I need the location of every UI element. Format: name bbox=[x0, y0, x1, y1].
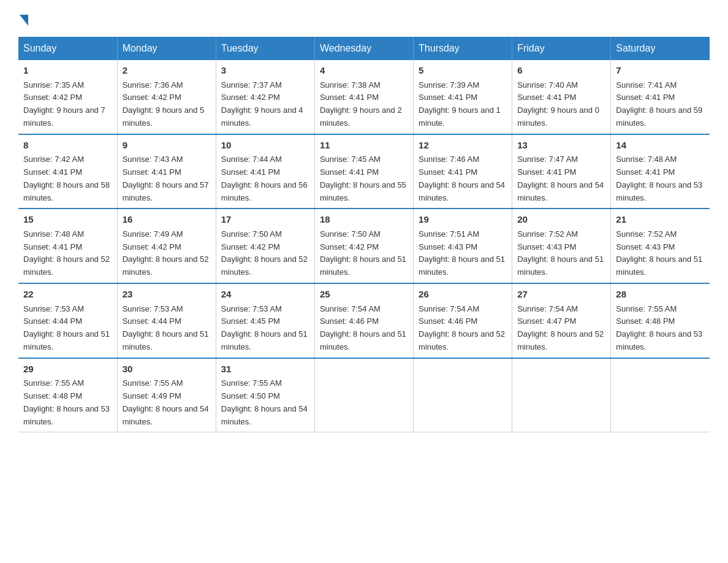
day-info: Sunrise: 7:52 AM Sunset: 4:43 PM Dayligh… bbox=[517, 228, 605, 279]
calendar-cell: 18 Sunrise: 7:50 AM Sunset: 4:42 PM Dayl… bbox=[314, 209, 413, 283]
day-info: Sunrise: 7:38 AM Sunset: 4:41 PM Dayligh… bbox=[320, 79, 408, 130]
calendar-cell: 19 Sunrise: 7:51 AM Sunset: 4:43 PM Dayl… bbox=[414, 209, 512, 283]
calendar-cell: 27 Sunrise: 7:54 AM Sunset: 4:47 PM Dayl… bbox=[512, 283, 611, 358]
calendar-cell: 9 Sunrise: 7:43 AM Sunset: 4:41 PM Dayli… bbox=[117, 134, 216, 209]
day-number: 6 bbox=[517, 64, 605, 78]
calendar-cell: 31 Sunrise: 7:55 AM Sunset: 4:50 PM Dayl… bbox=[216, 358, 314, 432]
calendar-cell: 20 Sunrise: 7:52 AM Sunset: 4:43 PM Dayl… bbox=[512, 209, 611, 283]
day-info: Sunrise: 7:54 AM Sunset: 4:46 PM Dayligh… bbox=[320, 303, 408, 354]
calendar-week-row: 8 Sunrise: 7:42 AM Sunset: 4:41 PM Dayli… bbox=[18, 134, 710, 209]
page-header bbox=[18, 12, 710, 25]
day-info: Sunrise: 7:47 AM Sunset: 4:41 PM Dayligh… bbox=[517, 153, 605, 204]
day-info: Sunrise: 7:43 AM Sunset: 4:41 PM Dayligh… bbox=[123, 153, 211, 204]
calendar-week-row: 29 Sunrise: 7:55 AM Sunset: 4:48 PM Dayl… bbox=[18, 358, 710, 432]
calendar-cell bbox=[611, 358, 710, 432]
calendar-cell: 23 Sunrise: 7:53 AM Sunset: 4:44 PM Dayl… bbox=[117, 283, 216, 358]
day-info: Sunrise: 7:53 AM Sunset: 4:44 PM Dayligh… bbox=[23, 303, 112, 354]
day-number: 7 bbox=[616, 64, 705, 78]
day-number: 30 bbox=[123, 362, 211, 377]
calendar-cell: 30 Sunrise: 7:55 AM Sunset: 4:49 PM Dayl… bbox=[117, 358, 216, 432]
calendar-cell: 11 Sunrise: 7:45 AM Sunset: 4:41 PM Dayl… bbox=[314, 134, 413, 209]
day-info: Sunrise: 7:48 AM Sunset: 4:41 PM Dayligh… bbox=[23, 228, 112, 279]
calendar-cell: 5 Sunrise: 7:39 AM Sunset: 4:41 PM Dayli… bbox=[414, 60, 512, 134]
day-number: 16 bbox=[123, 213, 211, 227]
header-day-tuesday: Tuesday bbox=[216, 37, 314, 60]
calendar-cell: 26 Sunrise: 7:54 AM Sunset: 4:46 PM Dayl… bbox=[414, 283, 512, 358]
day-info: Sunrise: 7:36 AM Sunset: 4:42 PM Dayligh… bbox=[123, 79, 211, 130]
day-info: Sunrise: 7:35 AM Sunset: 4:42 PM Dayligh… bbox=[23, 79, 112, 130]
day-number: 19 bbox=[419, 213, 507, 227]
calendar-cell: 15 Sunrise: 7:48 AM Sunset: 4:41 PM Dayl… bbox=[18, 209, 117, 283]
calendar-cell: 4 Sunrise: 7:38 AM Sunset: 4:41 PM Dayli… bbox=[314, 60, 413, 134]
day-number: 13 bbox=[517, 139, 605, 153]
calendar-cell bbox=[414, 358, 512, 432]
day-number: 28 bbox=[616, 288, 705, 302]
day-info: Sunrise: 7:45 AM Sunset: 4:41 PM Dayligh… bbox=[320, 153, 408, 204]
day-number: 20 bbox=[517, 213, 605, 227]
day-info: Sunrise: 7:53 AM Sunset: 4:44 PM Dayligh… bbox=[123, 303, 211, 354]
calendar-cell: 13 Sunrise: 7:47 AM Sunset: 4:41 PM Dayl… bbox=[512, 134, 611, 209]
day-info: Sunrise: 7:48 AM Sunset: 4:41 PM Dayligh… bbox=[616, 153, 705, 204]
calendar-cell: 1 Sunrise: 7:35 AM Sunset: 4:42 PM Dayli… bbox=[18, 60, 117, 134]
calendar-cell bbox=[512, 358, 611, 432]
day-number: 9 bbox=[123, 139, 211, 153]
calendar-cell: 24 Sunrise: 7:53 AM Sunset: 4:45 PM Dayl… bbox=[216, 283, 314, 358]
header-day-wednesday: Wednesday bbox=[314, 37, 413, 60]
day-info: Sunrise: 7:55 AM Sunset: 4:49 PM Dayligh… bbox=[123, 377, 211, 428]
header-day-saturday: Saturday bbox=[611, 37, 710, 60]
day-number: 10 bbox=[221, 139, 309, 153]
day-info: Sunrise: 7:49 AM Sunset: 4:42 PM Dayligh… bbox=[123, 228, 211, 279]
day-info: Sunrise: 7:50 AM Sunset: 4:42 PM Dayligh… bbox=[320, 228, 408, 279]
day-number: 12 bbox=[419, 139, 507, 153]
calendar-cell: 17 Sunrise: 7:50 AM Sunset: 4:42 PM Dayl… bbox=[216, 209, 314, 283]
day-info: Sunrise: 7:54 AM Sunset: 4:47 PM Dayligh… bbox=[517, 303, 605, 354]
calendar-cell: 6 Sunrise: 7:40 AM Sunset: 4:41 PM Dayli… bbox=[512, 60, 611, 134]
calendar-cell: 28 Sunrise: 7:55 AM Sunset: 4:48 PM Dayl… bbox=[611, 283, 710, 358]
day-number: 5 bbox=[419, 64, 507, 78]
calendar-cell: 22 Sunrise: 7:53 AM Sunset: 4:44 PM Dayl… bbox=[18, 283, 117, 358]
calendar-cell: 16 Sunrise: 7:49 AM Sunset: 4:42 PM Dayl… bbox=[117, 209, 216, 283]
day-info: Sunrise: 7:42 AM Sunset: 4:41 PM Dayligh… bbox=[23, 153, 112, 204]
calendar-cell: 10 Sunrise: 7:44 AM Sunset: 4:41 PM Dayl… bbox=[216, 134, 314, 209]
day-number: 11 bbox=[320, 139, 408, 153]
day-number: 26 bbox=[419, 288, 507, 302]
day-info: Sunrise: 7:55 AM Sunset: 4:48 PM Dayligh… bbox=[616, 303, 705, 354]
day-info: Sunrise: 7:41 AM Sunset: 4:41 PM Dayligh… bbox=[616, 79, 705, 130]
header-day-friday: Friday bbox=[512, 37, 611, 60]
calendar-cell: 25 Sunrise: 7:54 AM Sunset: 4:46 PM Dayl… bbox=[314, 283, 413, 358]
day-number: 17 bbox=[221, 213, 309, 227]
day-number: 27 bbox=[517, 288, 605, 302]
day-info: Sunrise: 7:40 AM Sunset: 4:41 PM Dayligh… bbox=[517, 79, 605, 130]
calendar-cell: 8 Sunrise: 7:42 AM Sunset: 4:41 PM Dayli… bbox=[18, 134, 117, 209]
day-info: Sunrise: 7:44 AM Sunset: 4:41 PM Dayligh… bbox=[221, 153, 309, 204]
calendar-cell: 29 Sunrise: 7:55 AM Sunset: 4:48 PM Dayl… bbox=[18, 358, 117, 432]
calendar-cell: 2 Sunrise: 7:36 AM Sunset: 4:42 PM Dayli… bbox=[117, 60, 216, 134]
header-day-monday: Monday bbox=[117, 37, 216, 60]
header-day-sunday: Sunday bbox=[18, 37, 117, 60]
calendar-cell: 21 Sunrise: 7:52 AM Sunset: 4:43 PM Dayl… bbox=[611, 209, 710, 283]
day-number: 8 bbox=[23, 139, 112, 153]
calendar-header-row: SundayMondayTuesdayWednesdayThursdayFrid… bbox=[18, 37, 710, 60]
day-number: 2 bbox=[123, 64, 211, 78]
day-number: 14 bbox=[616, 139, 705, 153]
day-info: Sunrise: 7:54 AM Sunset: 4:46 PM Dayligh… bbox=[419, 303, 507, 354]
day-info: Sunrise: 7:55 AM Sunset: 4:50 PM Dayligh… bbox=[221, 377, 309, 428]
day-info: Sunrise: 7:50 AM Sunset: 4:42 PM Dayligh… bbox=[221, 228, 309, 279]
day-number: 23 bbox=[123, 288, 211, 302]
calendar-table: SundayMondayTuesdayWednesdayThursdayFrid… bbox=[18, 37, 710, 432]
day-number: 25 bbox=[320, 288, 408, 302]
day-info: Sunrise: 7:46 AM Sunset: 4:41 PM Dayligh… bbox=[419, 153, 507, 204]
day-info: Sunrise: 7:53 AM Sunset: 4:45 PM Dayligh… bbox=[221, 303, 309, 354]
logo bbox=[18, 12, 29, 25]
day-info: Sunrise: 7:55 AM Sunset: 4:48 PM Dayligh… bbox=[23, 377, 112, 428]
day-number: 18 bbox=[320, 213, 408, 227]
day-number: 22 bbox=[23, 288, 112, 302]
day-number: 4 bbox=[320, 64, 408, 78]
day-number: 21 bbox=[616, 213, 705, 227]
day-info: Sunrise: 7:37 AM Sunset: 4:42 PM Dayligh… bbox=[221, 79, 309, 130]
calendar-cell: 12 Sunrise: 7:46 AM Sunset: 4:41 PM Dayl… bbox=[414, 134, 512, 209]
calendar-cell: 14 Sunrise: 7:48 AM Sunset: 4:41 PM Dayl… bbox=[611, 134, 710, 209]
calendar-week-row: 22 Sunrise: 7:53 AM Sunset: 4:44 PM Dayl… bbox=[18, 283, 710, 358]
day-number: 31 bbox=[221, 362, 309, 377]
day-number: 3 bbox=[221, 64, 309, 78]
